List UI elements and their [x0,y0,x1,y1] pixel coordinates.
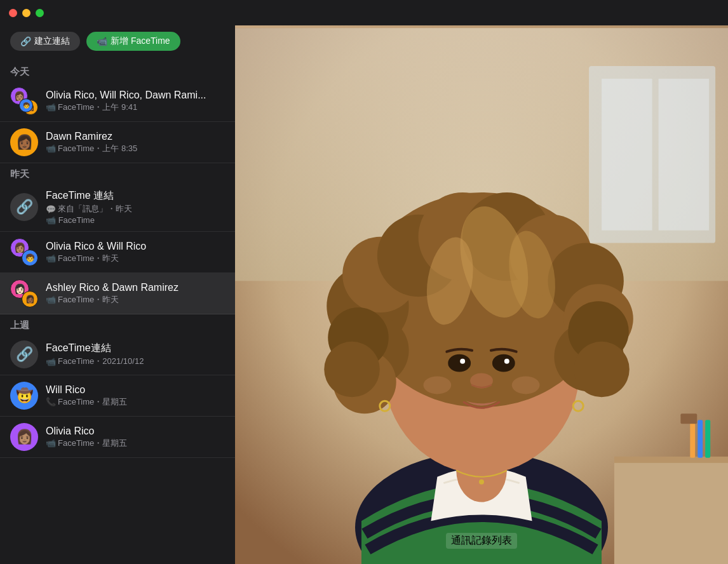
call-subtitle: 📹 FaceTime・昨天 [46,253,225,264]
call-name: Ashley Rico & Dawn Ramirez [46,282,225,293]
video-icon: 📹 [46,295,56,304]
list-item[interactable]: 🔗 FaceTime連結 📹 FaceTime・2021/10/12 [0,334,235,375]
section-today: 今天 [0,61,235,81]
call-name: Dawn Ramirez [46,131,225,142]
list-item[interactable]: 👩🏽 🧒 Olivia Rico & Will Rico 📹 FaceTime・… [0,232,235,273]
svg-rect-10 [705,420,710,458]
svg-rect-4 [602,79,652,231]
call-info: FaceTime 連結 💬 來自「訊息」・昨天 📹 FaceTime [46,189,225,225]
call-name: FaceTime連結 [46,342,225,355]
create-link-label: 建立連結 [34,36,70,47]
person-illustration [235,25,728,564]
call-info: Olivia Rico, Will Rico, Dawn Rami... 📹 F… [46,90,225,113]
call-name: Olivia Rico & Will Rico [46,241,225,252]
list-item[interactable]: 👩🏽 Olivia Rico 📹 FaceTime・星期五 [0,417,235,458]
avatar-group: 👩🏻 👩🏾 [10,279,38,307]
svg-point-34 [448,354,471,372]
call-name: Olivia Rico, Will Rico, Dawn Rami... [46,90,225,101]
phone-icon: 📞 [46,397,56,406]
title-bar [0,0,728,25]
svg-rect-6 [614,458,728,564]
svg-rect-9 [698,420,703,458]
video-icon: 📹 [46,438,56,448]
avatar: 🧒 [22,250,38,266]
new-facetime-button[interactable]: 📹 新增 FaceTime [86,32,180,51]
message-icon: 💬 [46,205,56,214]
svg-rect-5 [659,79,710,231]
svg-rect-7 [614,457,728,463]
close-button[interactable] [9,9,17,17]
new-facetime-label: 新增 FaceTime [111,36,170,47]
avatar: 🤠 [10,382,38,410]
call-name: Will Rico [46,384,225,396]
list-item[interactable]: 👩🏾 Dawn Ramirez 📹 FaceTime・上午 8:35 [0,122,235,163]
call-subtitle: 📹 FaceTime・上午 8:35 [46,143,225,154]
link-icon: 🔗 [16,346,33,363]
call-subtitle: 📹 FaceTime・昨天 [46,294,225,306]
call-info: Olivia Rico & Will Rico 📹 FaceTime・昨天 [46,241,225,264]
list-item[interactable]: 👩🏻 👩🏾 Ashley Rico & Dawn Ramirez 📹 FaceT… [0,273,235,314]
svg-point-43 [479,480,484,485]
link-icon: 🔗 [20,36,31,46]
list-item[interactable]: 🔗 FaceTime 連結 💬 來自「訊息」・昨天 📹 FaceTime [0,183,235,232]
video-camera-icon: 📹 [97,36,107,46]
call-info: FaceTime連結 📹 FaceTime・2021/10/12 [46,342,225,367]
avatar: 👩🏾 [10,128,38,156]
link-icon: 🔗 [16,199,33,215]
svg-rect-11 [680,413,697,424]
call-subtitle: 📹 FaceTime・2021/10/12 [46,356,225,367]
svg-point-37 [504,359,509,364]
call-subtitle: 📹 FaceTime・星期五 [46,438,225,449]
call-subtitle: 💬 來自「訊息」・昨天 [46,203,225,215]
sidebar-toolbar: 🔗 建立連結 📹 新增 FaceTime [0,25,235,61]
call-name: Olivia Rico [46,426,225,437]
video-icon: 📹 [46,253,56,263]
svg-point-33 [574,342,630,398]
avatar-group: 👩🏽 🧒 [10,238,38,266]
svg-point-35 [492,354,515,372]
fullscreen-button[interactable] [36,9,44,17]
svg-point-40 [512,377,540,394]
section-last-week: 上週 [0,314,235,334]
section-yesterday: 昨天 [0,163,235,183]
call-subtitle: 📹 FaceTime・上午 9:41 [46,102,225,113]
facetime-background [235,25,728,564]
svg-point-32 [324,342,380,398]
call-name: FaceTime 連結 [46,189,225,203]
main-layout: 🔗 建立連結 📹 新增 FaceTime 今天 👩🏽 👩🏾 🧒 Olivia R… [0,25,728,564]
avatar-group: 👩🏽 👩🏾 🧒 [10,87,38,115]
video-icon: 📹 [46,215,56,225]
call-subtitle2: 📹 FaceTime [46,215,225,225]
contact-list-label: 通訊記錄列表 [446,533,517,549]
video-icon: 📹 [46,102,56,112]
svg-point-39 [423,377,451,394]
call-info: Ashley Rico & Dawn Ramirez 📹 FaceTime・昨天 [46,282,225,306]
link-avatar: 🔗 [10,340,38,368]
minimize-button[interactable] [22,9,30,17]
avatar: 👩🏽 [10,423,38,451]
create-link-button[interactable]: 🔗 建立連結 [10,32,80,51]
avatar: 👩🏾 [22,291,38,307]
facetime-content: 通訊記錄列表 [235,25,728,564]
svg-point-36 [460,359,465,364]
call-subtitle: 📞 FaceTime・星期五 [46,396,225,408]
sidebar: 🔗 建立連結 📹 新增 FaceTime 今天 👩🏽 👩🏾 🧒 Olivia R… [0,25,235,564]
list-item[interactable]: 🤠 Will Rico 📞 FaceTime・星期五 [0,375,235,417]
svg-rect-8 [690,420,695,458]
list-item[interactable]: 👩🏽 👩🏾 🧒 Olivia Rico, Will Rico, Dawn Ram… [0,81,235,122]
call-info: Dawn Ramirez 📹 FaceTime・上午 8:35 [46,131,225,154]
link-avatar: 🔗 [10,193,38,221]
avatar: 🧒 [19,98,33,112]
video-icon: 📹 [46,144,56,153]
call-info: Will Rico 📞 FaceTime・星期五 [46,384,225,408]
call-info: Olivia Rico 📹 FaceTime・星期五 [46,426,225,449]
video-icon: 📹 [46,357,56,366]
